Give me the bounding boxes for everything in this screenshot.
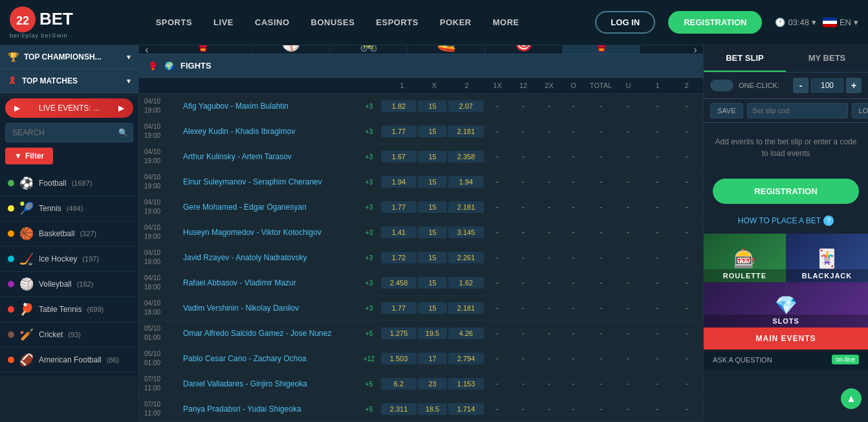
match-plus[interactable]: +3 [358, 280, 380, 287]
odd-2-button[interactable]: 2.07 [448, 100, 484, 112]
odd-1-button[interactable]: 1.503 [381, 353, 417, 364]
table-row[interactable]: 04/1019:00 Elnur Suleymanov - Seraphim C… [139, 170, 703, 195]
table-row[interactable]: 04/1018:00 Vadim Vershinin - Nikolay Dan… [139, 296, 703, 321]
match-plus[interactable]: +3 [358, 103, 380, 110]
odd-x[interactable]: 15 [418, 302, 447, 314]
odd-1-button[interactable]: 1.72 [381, 252, 417, 263]
table-row[interactable]: 04/1019:00 Arthur Kulinsky - Artem Taras… [139, 144, 703, 170]
match-name[interactable]: Vadim Vershinin - Nikolay Danilov [183, 304, 358, 313]
odd-2-button[interactable]: 1.94 [448, 176, 484, 188]
table-row[interactable]: 04/1019:00 Huseyn Magomedov - Viktor Kot… [139, 220, 703, 245]
match-name[interactable]: Gere Mohamed - Edgar Oganesyan [183, 203, 358, 212]
table-row[interactable]: 05/1001:00 Pablo Cesar Cano - Zachary Oc… [139, 346, 703, 372]
table-row[interactable]: 07/1011:00 Daniel Valladares - Ginjiro S… [139, 372, 703, 397]
odd-1-button[interactable]: 1.82 [381, 100, 417, 112]
main-events-bar[interactable]: MAIN EVENTS [704, 328, 868, 350]
stake-decrease-button[interactable]: - [793, 78, 808, 93]
odd-2-button[interactable]: 1.62 [448, 277, 484, 289]
odd-x[interactable]: 23 [418, 378, 447, 390]
odd-2-button[interactable]: 1.714 [448, 403, 484, 415]
match-name[interactable]: Elnur Suleymanov - Seraphim Cheranev [183, 177, 358, 186]
nav-esports[interactable]: ESPORTS [367, 12, 428, 32]
odd-1-button[interactable]: 6.2 [381, 378, 417, 390]
tab-my-bets[interactable]: MY BETS [786, 45, 868, 72]
odd-1-button[interactable]: 1.67 [381, 151, 417, 162]
tab-baseball[interactable]: ⚾ Baseball [252, 45, 330, 54]
registration-button-right[interactable]: REGISTRATION [713, 179, 859, 204]
odd-2-button[interactable]: 4.26 [448, 328, 484, 339]
odd-x[interactable]: 15 [418, 277, 447, 289]
odd-1-button[interactable]: 2.458 [381, 277, 417, 289]
register-button[interactable]: REGISTRATION [668, 11, 762, 34]
odd-x[interactable]: 18.5 [418, 403, 447, 415]
nav-bonuses[interactable]: BONUSES [302, 12, 364, 32]
sport-item-tennis[interactable]: 🎾 Tennis (484) [0, 196, 138, 221]
match-name[interactable]: Rafael Abbasov - Vladimir Mazur [183, 278, 358, 287]
odd-x[interactable]: 15 [418, 227, 447, 238]
nav-casino[interactable]: CASINO [246, 12, 299, 32]
odd-2-button[interactable]: 2.261 [448, 252, 484, 263]
time-display[interactable]: 🕐 03:48 ▾ [775, 17, 816, 27]
odd-x[interactable]: 15 [418, 252, 447, 263]
tab-bare-knuckle-boxing[interactable]: 🥊 Bare-knuckle Boxing [155, 45, 252, 54]
sport-item-cricket[interactable]: 🏏 Cricket (93) [0, 322, 138, 348]
odd-x[interactable]: 15 [418, 151, 447, 162]
odd-2-button[interactable]: 1.153 [448, 378, 484, 390]
odd-x[interactable]: 17 [418, 353, 447, 364]
match-plus[interactable]: +3 [358, 204, 380, 211]
tab-bowls[interactable]: 🎯 Bowls [485, 45, 563, 54]
sport-item-basketball[interactable]: 🏀 Basketball (327) [0, 221, 138, 247]
table-row[interactable]: 04/1019:00 Gere Mohamed - Edgar Oganesya… [139, 195, 703, 220]
odd-x[interactable]: 15 [418, 176, 447, 188]
filter-button[interactable]: ▼ Filter [5, 148, 53, 164]
table-row[interactable]: 04/1018:00 Rafael Abbasov - Vladimir Maz… [139, 271, 703, 296]
search-input[interactable] [5, 123, 133, 142]
stake-input[interactable] [811, 78, 843, 93]
tab-bet-slip[interactable]: BET SLIP [704, 45, 786, 72]
sport-item-ice-hockey[interactable]: 🏒 Ice Hockey (197) [0, 247, 138, 272]
nav-poker[interactable]: POKER [431, 12, 481, 32]
nav-more[interactable]: MORE [484, 12, 528, 32]
match-plus[interactable]: +3 [358, 305, 380, 312]
match-name[interactable]: Panya Pradabsri - Yudai Shigeoka [183, 405, 358, 414]
table-row[interactable]: 04/1019:00 Javid Rzayev - Anatoly Nadrat… [139, 245, 703, 271]
nav-live[interactable]: LIVE [204, 12, 243, 32]
match-plus[interactable]: +5 [358, 406, 380, 413]
odd-1-button[interactable]: 1.77 [381, 201, 417, 213]
odd-2-button[interactable]: 2.358 [448, 151, 484, 162]
tab-boat-racing[interactable]: 🚤 Boat Racing [407, 45, 485, 54]
match-name[interactable]: Javid Rzayev - Anatoly Nadratovsky [183, 253, 358, 262]
table-row[interactable]: 05/1001:00 Omar Alfredo Salcido Gamez - … [139, 321, 703, 346]
roulette-card[interactable]: 🎰 ROULETTE [704, 234, 786, 282]
slots-card[interactable]: 💎 SLOTS [704, 282, 868, 328]
odd-1-button[interactable]: 1.94 [381, 176, 417, 188]
odd-2-button[interactable]: 2.181 [448, 201, 484, 213]
odd-1-button[interactable]: 1.77 [381, 302, 417, 314]
match-name[interactable]: Arthur Kulinsky - Artem Tarasov [183, 152, 358, 161]
tabs-next-button[interactable]: › [688, 45, 703, 54]
odd-1-button[interactable]: 1.41 [381, 227, 417, 238]
save-button[interactable]: SAVE [710, 103, 743, 118]
match-name[interactable]: Huseyn Magomedov - Viktor Kotochigov [183, 228, 358, 237]
match-plus[interactable]: +3 [358, 229, 380, 236]
odd-2-button[interactable]: 2.794 [448, 353, 484, 364]
match-plus[interactable]: +3 [358, 254, 380, 261]
table-row[interactable]: 04/1019:00 Alexey Kudin - Khadis Ibragim… [139, 119, 703, 144]
table-row[interactable]: 07/1011:00 Panya Pradabsri - Yudai Shige… [139, 397, 703, 422]
load-button[interactable]: LOAD [852, 103, 868, 118]
odd-x[interactable]: 19.5 [418, 328, 447, 339]
match-plus[interactable]: +5 [358, 330, 380, 337]
tabs-prev-button[interactable]: ‹ [139, 45, 155, 54]
odd-x[interactable]: 15 [418, 201, 447, 213]
odd-2-button[interactable]: 2.181 [448, 126, 484, 137]
blackjack-card[interactable]: 🃏 BLACKJACK [786, 234, 868, 282]
match-name[interactable]: Pablo Cesar Cano - Zachary Ochoa [183, 354, 358, 363]
login-button[interactable]: LOG IN [595, 11, 655, 34]
how-to-link[interactable]: HOW TO PLACE A BET ? [704, 210, 868, 231]
odd-1-button[interactable]: 1.275 [381, 328, 417, 339]
table-row[interactable]: 04/1019:00 Afig Yagubov - Maxim Bulahtin… [139, 94, 703, 119]
match-name[interactable]: Alexey Kudin - Khadis Ibragimov [183, 127, 358, 136]
sport-item-football[interactable]: ⚽ Football (1687) [0, 171, 138, 196]
top-championships-header[interactable]: 🏆 TOP CHAMPIONSH... ▾ [0, 45, 138, 69]
match-plus[interactable]: +5 [358, 381, 380, 388]
